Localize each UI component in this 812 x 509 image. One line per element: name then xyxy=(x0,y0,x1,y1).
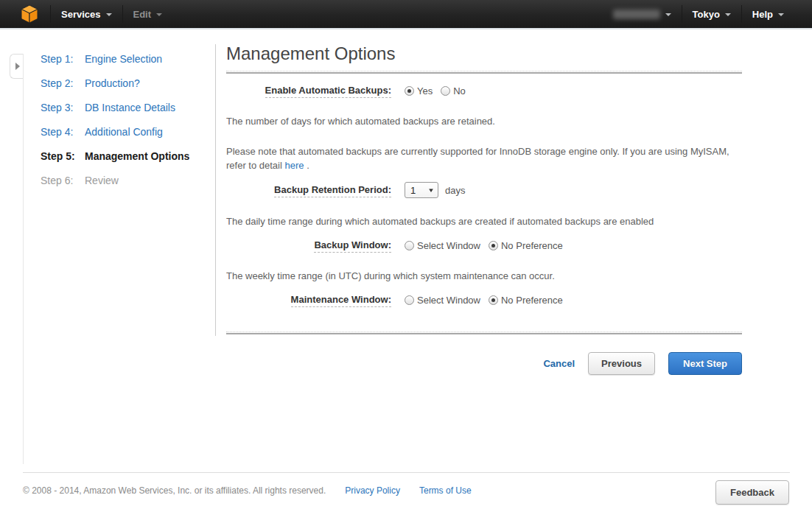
region-menu-label: Tokyo xyxy=(693,9,720,20)
page-title: Management Options xyxy=(226,43,742,64)
radio-label: No Preference xyxy=(501,295,563,306)
maintenance-window-label: Maintenance Window: xyxy=(291,294,391,307)
horizontal-rule xyxy=(226,331,742,334)
radio-backup-select-window[interactable]: Select Window xyxy=(405,240,480,251)
radio-label: Select Window xyxy=(417,240,480,251)
chevron-down-icon xyxy=(665,13,671,16)
enable-backups-label: Enable Automatic Backups: xyxy=(265,85,391,98)
backup-window-row: Backup Window: Select Window No Preferen… xyxy=(226,238,742,253)
radio-maintenance-no-preference[interactable]: No Preference xyxy=(489,295,563,306)
nav-right-group: Tokyo Help xyxy=(613,0,812,28)
user-account-menu[interactable] xyxy=(613,10,671,19)
maintenance-window-row: Maintenance Window: Select Window No Pre… xyxy=(226,292,742,307)
nav-left-group: Services Edit xyxy=(0,0,162,28)
step-item-management-options-current: Step 5: Management Options xyxy=(41,144,210,168)
edit-menu-label: Edit xyxy=(133,9,152,20)
next-step-button[interactable]: Next Step xyxy=(668,352,742,375)
backup-window-label: Backup Window: xyxy=(314,239,391,253)
innodb-note: Please note that automated backups are c… xyxy=(226,144,742,172)
maintenance-window-control: Select Window No Preference xyxy=(405,295,571,306)
retention-period-row: Backup Retention Period: 1 ▼ days xyxy=(226,182,742,198)
step-item-db-instance-details[interactable]: Step 3: DB Instance Details xyxy=(41,95,210,119)
step-number: Step 5: xyxy=(41,150,85,162)
field-label-column: Enable Automatic Backups: xyxy=(226,83,391,98)
step-label: Engine Selection xyxy=(85,53,162,65)
step-number: Step 2: xyxy=(41,77,85,89)
chevron-down-icon xyxy=(156,13,162,16)
step-number: Step 4: xyxy=(41,126,85,138)
step-label: Management Options xyxy=(85,150,189,162)
step-label: Production? xyxy=(85,77,140,89)
content-divider xyxy=(215,44,216,336)
services-menu[interactable]: Services xyxy=(61,9,112,20)
help-menu-label: Help xyxy=(752,9,773,20)
sidebar-rail-divider xyxy=(23,54,24,464)
previous-button[interactable]: Previous xyxy=(588,352,655,375)
copyright-text: © 2008 - 2014, Amazon Web Services, Inc.… xyxy=(23,485,326,496)
field-label-column: Backup Retention Period: xyxy=(226,183,391,197)
main-content: Management Options Enable Automatic Back… xyxy=(226,29,742,375)
feedback-button[interactable]: Feedback xyxy=(715,480,789,505)
retention-period-label: Backup Retention Period: xyxy=(274,184,391,197)
aws-cube-logo-icon[interactable] xyxy=(21,4,40,24)
chevron-down-icon xyxy=(778,13,784,16)
enable-backups-row: Enable Automatic Backups: Yes No xyxy=(226,83,742,98)
radio-icon xyxy=(489,241,498,250)
privacy-policy-link[interactable]: Privacy Policy xyxy=(345,485,400,496)
step-number: Step 1: xyxy=(41,53,85,65)
retention-description: The number of days for which automated b… xyxy=(226,114,742,128)
region-menu[interactable]: Tokyo xyxy=(693,9,731,20)
backup-retention-select[interactable]: 1 ▼ xyxy=(405,182,438,198)
field-label-column: Maintenance Window: xyxy=(226,292,391,307)
chevron-down-icon xyxy=(106,13,112,16)
horizontal-rule xyxy=(226,71,742,74)
chevron-right-icon xyxy=(15,63,20,70)
radio-icon xyxy=(405,241,414,250)
radio-backups-yes[interactable]: Yes xyxy=(405,85,433,96)
step-label: Additional Config xyxy=(85,126,163,138)
retention-unit-label: days xyxy=(445,185,465,196)
here-link[interactable]: here xyxy=(285,160,304,171)
page-footer: © 2008 - 2014, Amazon Web Services, Inc.… xyxy=(23,472,790,496)
radio-backups-no[interactable]: No xyxy=(441,85,466,96)
cancel-link[interactable]: Cancel xyxy=(543,358,575,369)
user-name-redacted xyxy=(613,10,660,19)
wizard-step-list: Step 1: Engine Selection Step 2: Product… xyxy=(41,46,210,192)
step-item-engine-selection[interactable]: Step 1: Engine Selection xyxy=(41,46,210,71)
nav-divider xyxy=(50,5,51,23)
radio-icon xyxy=(405,86,414,96)
backup-window-control: Select Window No Preference xyxy=(405,240,571,251)
services-menu-label: Services xyxy=(61,9,101,20)
dropdown-arrow-icon: ▼ xyxy=(427,187,435,194)
maintenance-window-description: The weekly time range (in UTC) during wh… xyxy=(226,269,742,283)
step-item-additional-config[interactable]: Step 4: Additional Config xyxy=(41,119,210,144)
radio-backup-no-preference[interactable]: No Preference xyxy=(489,240,563,251)
top-nav-bar: Services Edit Tokyo Help xyxy=(0,0,812,29)
nav-divider xyxy=(741,5,742,23)
terms-of-use-link[interactable]: Terms of Use xyxy=(419,485,472,496)
backup-window-description: The daily time range during which automa… xyxy=(226,214,742,228)
radio-icon xyxy=(489,295,498,305)
wizard-actions: Cancel Previous Next Step xyxy=(226,352,742,375)
step-number: Step 3: xyxy=(41,102,85,113)
radio-icon xyxy=(405,295,414,305)
radio-label: No Preference xyxy=(501,240,563,251)
innodb-note-suffix: . xyxy=(304,160,309,171)
step-item-production[interactable]: Step 2: Production? xyxy=(41,71,210,95)
radio-label: Select Window xyxy=(417,295,480,306)
radio-icon xyxy=(441,86,450,96)
select-value: 1 xyxy=(410,185,416,196)
step-label: DB Instance Details xyxy=(85,102,175,113)
step-label: Review xyxy=(85,175,119,186)
radio-label: No xyxy=(453,85,466,96)
enable-backups-control: Yes No xyxy=(405,85,474,96)
field-label-column: Backup Window: xyxy=(226,238,391,253)
nav-divider xyxy=(122,5,123,23)
sidebar-collapse-button[interactable] xyxy=(10,54,24,79)
edit-menu[interactable]: Edit xyxy=(133,9,163,20)
nav-divider xyxy=(682,5,682,23)
help-menu[interactable]: Help xyxy=(752,9,784,20)
aws-cube-logo-svg xyxy=(21,4,38,24)
radio-maintenance-select-window[interactable]: Select Window xyxy=(405,295,480,306)
chevron-down-icon xyxy=(725,13,731,16)
